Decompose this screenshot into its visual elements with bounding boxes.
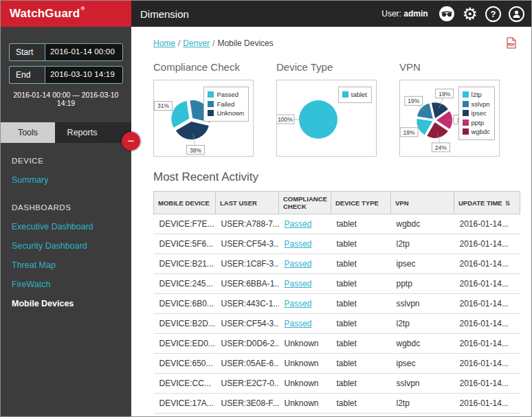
pie-label: 100% <box>277 115 294 124</box>
cell-device_type: tablet <box>331 254 391 274</box>
sidebar-collapse-button[interactable]: − <box>122 132 140 150</box>
help-icon[interactable]: ? <box>485 6 501 22</box>
compliance-passed-link[interactable]: Passed <box>285 259 312 269</box>
cell-mobile_device: DEVICE:17A... <box>154 394 216 414</box>
sort-icon[interactable]: ⇅ <box>505 200 511 207</box>
top-bar: WatchGuard ® Dimension User: admin <box>1 1 531 27</box>
table-row: DEVICE:CC...USER:E2C7-0...Unknowntablets… <box>154 374 520 394</box>
cell-update_time: 2016-01-14... <box>454 294 520 314</box>
column-header-device_type[interactable]: DEVICE TYPE <box>331 192 391 214</box>
sidebar-nav: DEVICESummaryDASHBOARDSExecutive Dashboa… <box>1 143 131 313</box>
cell-last_user: USER:D0D6-2... <box>216 334 279 354</box>
device-type-chart: Device Type 100%tablet <box>276 57 377 157</box>
compliance-passed-link[interactable]: Passed <box>285 319 312 328</box>
anonymize-icon[interactable] <box>439 5 455 22</box>
sidebar-item-security-dashboard[interactable]: Security Dashboard <box>1 236 131 256</box>
column-header-mobile_device[interactable]: MOBILE DEVICE <box>154 192 216 214</box>
column-header-update_time[interactable]: UPDATE TIME⇅ <box>454 192 520 214</box>
cell-vpn: l2tp <box>391 234 454 254</box>
sidebar-item-firewatch[interactable]: FireWatch <box>1 275 131 294</box>
svg-text:19%: 19% <box>408 98 419 104</box>
pie-label: 38% <box>187 146 205 155</box>
svg-text:PDF: PDF <box>508 43 515 47</box>
charts-row: Compliance Check 31%31%38%PassedFailedUn… <box>131 49 531 157</box>
nav-section-label: DASHBOARDS <box>1 190 131 217</box>
activity-table-body: DEVICE:F7E...USER:A788-7...Passedtabletw… <box>154 214 520 417</box>
activity-table-head-row: MOBILE DEVICELAST USERCOMPLIANCE CHECKDE… <box>154 192 520 214</box>
sidebar-item-executive-dashboard[interactable]: Executive Dashboard <box>1 217 131 236</box>
cell-last_user: USER:CF54-3... <box>216 314 279 334</box>
table-row: DEVICE:650...USER:05AE-6...Unknowntablet… <box>154 354 520 374</box>
svg-text:24%: 24% <box>435 144 447 151</box>
legend-item-Failed: Failed <box>208 100 244 109</box>
cell-update_time: 2016-01-14... <box>454 394 520 414</box>
cell-compliance_check: Unknown <box>279 414 331 417</box>
start-date-input[interactable]: 2016-01-14 00:00 <box>45 43 123 61</box>
cell-mobile_device: DEVICE:6B0... <box>154 294 216 314</box>
cell-device_type: tablet <box>331 234 391 254</box>
column-header-last_user[interactable]: LAST USER <box>216 192 279 214</box>
legend-item-Unknown: Unknown <box>208 109 244 118</box>
cell-device_type: tablet <box>331 414 391 417</box>
cell-last_user: USER:3E08-F... <box>216 394 279 414</box>
chart-title: VPN <box>399 61 500 73</box>
breadcrumb-denver[interactable]: Denver <box>183 38 210 48</box>
legend-label: Unknown <box>217 109 244 118</box>
legend-item-wgbdc: wgbdc <box>463 127 490 137</box>
cell-vpn: wgbdc <box>391 334 454 354</box>
vpn-chart: VPN 19%19%19%19%24%l2tpsslvpnipsecpptpwg… <box>399 57 500 157</box>
legend-label: Failed <box>217 100 234 109</box>
legend-swatch <box>463 110 469 116</box>
table-row: DEVICE:B21...USER:1C8F-3...Passedtableti… <box>154 254 520 274</box>
cell-mobile_device: DEVICE:245... <box>154 274 216 294</box>
user-account-icon[interactable] <box>509 6 524 22</box>
end-date-input[interactable]: 2016-03-10 14:19 <box>45 66 123 84</box>
activity-table: MOBILE DEVICELAST USERCOMPLIANCE CHECKDE… <box>153 191 520 416</box>
cell-compliance_check: Passed <box>279 314 331 334</box>
legend-label: tablet <box>351 90 367 100</box>
chart-legend: PassedFailedUnknown <box>203 87 249 122</box>
legend-item-sslvpn: sslvpn <box>463 100 490 109</box>
breadcrumb-home[interactable]: Home <box>153 38 175 48</box>
tab-reports[interactable]: Reports <box>55 122 109 143</box>
legend-label: l2tp <box>472 90 482 100</box>
column-header-vpn[interactable]: VPN <box>391 192 454 214</box>
user-label: User: admin <box>381 9 428 19</box>
tab-tools[interactable]: Tools <box>1 122 55 143</box>
pie-label: 31% <box>154 101 172 110</box>
cell-last_user: USER:A788-7... <box>216 214 279 234</box>
breadcrumb-row: Home/Denver/Mobile Devices PDF <box>131 27 531 49</box>
svg-text:100%: 100% <box>278 116 293 123</box>
svg-text:19%: 19% <box>439 91 450 98</box>
cell-compliance_check: Passed <box>279 274 331 294</box>
compliance-passed-link[interactable]: Passed <box>285 279 312 289</box>
compliance-check-chart: Compliance Check 31%31%38%PassedFailedUn… <box>153 57 254 157</box>
cell-device_type: tablet <box>331 374 391 394</box>
sidebar-item-mobile-devices[interactable]: Mobile Devices <box>1 294 131 313</box>
compliance-passed-link[interactable]: Passed <box>285 239 312 249</box>
legend-label: wgbdc <box>472 127 490 137</box>
cell-vpn: sslvpn <box>391 374 454 394</box>
legend-label: pptp <box>472 118 485 128</box>
compliance-passed-link[interactable]: Passed <box>285 299 312 308</box>
cell-last_user: USER:4C0C-8... <box>216 414 279 417</box>
pie-label: 19% <box>400 128 418 137</box>
column-header-compliance_check[interactable]: COMPLIANCE CHECK <box>279 192 331 214</box>
compliance-passed-link[interactable]: Passed <box>285 219 312 229</box>
pdf-export-icon[interactable]: PDF <box>507 37 516 49</box>
cell-mobile_device: DEVICE:DF7... <box>154 414 216 417</box>
cell-vpn: sslvpn <box>391 294 454 314</box>
cell-device_type: tablet <box>331 354 391 374</box>
legend-item-l2tp: l2tp <box>463 90 490 100</box>
table-row: DEVICE:245...USER:6BBA-1...Passedtabletp… <box>154 274 520 294</box>
cell-device_type: tablet <box>331 294 391 314</box>
cell-compliance_check: Passed <box>279 214 331 234</box>
gear-icon[interactable]: ⚙ <box>463 5 478 23</box>
cell-last_user: USER:CF54-3... <box>216 234 279 254</box>
svg-text:19%: 19% <box>403 129 415 136</box>
sidebar-tabs: ToolsReports <box>1 122 131 143</box>
svg-text:38%: 38% <box>190 147 201 154</box>
sidebar-item-summary[interactable]: Summary <box>1 170 131 190</box>
sidebar-item-threat-map[interactable]: Threat Map <box>1 256 131 275</box>
cell-device_type: tablet <box>331 214 391 234</box>
